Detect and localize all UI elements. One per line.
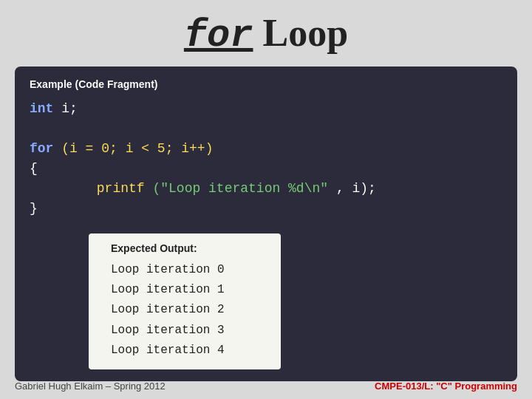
code-for-condition: (i = 0; i < 5; i++) bbox=[61, 141, 213, 156]
code-var-i: i; bbox=[61, 101, 78, 116]
title-area: for Loop bbox=[15, 11, 517, 58]
output-line-3: Loop iteration 3 bbox=[111, 321, 266, 341]
code-printf-func: printf bbox=[97, 181, 145, 196]
output-line-2: Loop iteration 2 bbox=[111, 300, 266, 320]
code-line-for: for (i = 0; i < 5; i++) bbox=[30, 139, 502, 159]
code-for-keyword: for bbox=[30, 141, 53, 156]
output-line-4: Loop iteration 4 bbox=[111, 341, 266, 361]
code-area: int i; for (i = 0; i < 5; i++) { printf … bbox=[30, 99, 502, 219]
code-line-1: int i; bbox=[30, 99, 502, 119]
code-printf-string: ("Loop iteration %d\n" bbox=[152, 181, 328, 196]
code-close-brace: } bbox=[30, 201, 38, 216]
page: for Loop Example (Code Fragment) int i; … bbox=[0, 0, 532, 399]
code-open-brace: { bbox=[30, 161, 38, 176]
code-printf-args: , i); bbox=[336, 181, 376, 196]
title-for: for bbox=[184, 14, 253, 58]
code-line-blank bbox=[30, 119, 502, 139]
output-lines: Loop iteration 0 Loop iteration 1 Loop i… bbox=[111, 260, 266, 361]
page-title: for Loop bbox=[184, 12, 348, 54]
box-header: Example (Code Fragment) bbox=[30, 78, 502, 90]
code-line-printf: printf ("Loop iteration %d\n" , i); bbox=[30, 179, 502, 199]
footer-course: CMPE-013/L: "C" Programming bbox=[375, 381, 517, 392]
code-line-open-brace: { bbox=[30, 159, 502, 179]
footer: Gabriel Hugh Elkaim – Spring 2012 CMPE-0… bbox=[15, 381, 517, 392]
code-box: Example (Code Fragment) int i; for (i = … bbox=[15, 66, 517, 381]
output-label: Expected Output: bbox=[111, 242, 266, 254]
output-line-1: Loop iteration 1 bbox=[111, 280, 266, 300]
code-int-keyword: int bbox=[30, 101, 53, 116]
code-line-close-brace: } bbox=[30, 199, 502, 219]
title-loop: Loop bbox=[253, 12, 349, 54]
footer-author: Gabriel Hugh Elkaim – Spring 2012 bbox=[15, 381, 166, 392]
output-section: Expected Output: Loop iteration 0 Loop i… bbox=[30, 222, 502, 369]
output-line-0: Loop iteration 0 bbox=[111, 260, 266, 280]
output-box: Expected Output: Loop iteration 0 Loop i… bbox=[89, 233, 281, 369]
